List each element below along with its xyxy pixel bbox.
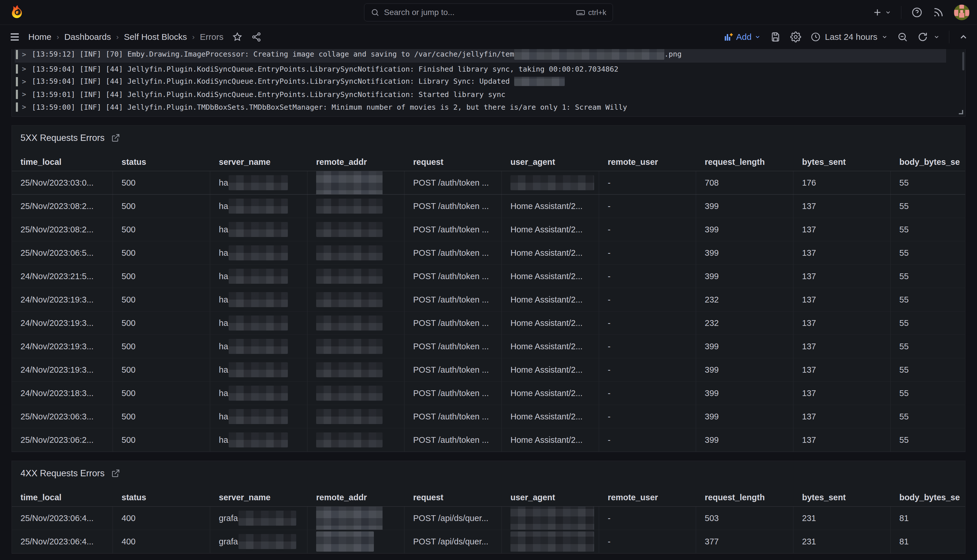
cell-text: 25/Nov/2023:06:4...: [20, 537, 93, 547]
column-header-request[interactable]: request: [405, 489, 502, 506]
table-row[interactable]: 25/Nov/2023:08:2...500haPOST /auth/token…: [12, 195, 965, 218]
jellyfin-logs-panel[interactable]: >[13:59:12] [INF] [70] Emby.Drawing.Imag…: [12, 49, 965, 117]
column-header-bytes_sent[interactable]: bytes_sent: [794, 153, 891, 171]
column-header-remote_addr[interactable]: remote_addr: [307, 153, 405, 171]
redacted-block: [228, 292, 288, 307]
cell-request_length: 399: [696, 428, 794, 452]
refresh-control[interactable]: [917, 32, 940, 42]
panel-header[interactable]: 5XX Requests Errors: [12, 125, 965, 153]
breadcrumb-home[interactable]: Home: [28, 32, 52, 42]
add-panel-button[interactable]: Add: [724, 32, 761, 42]
column-header-body_bytes_se[interactable]: body_bytes_se: [891, 489, 965, 506]
table-row[interactable]: 25/Nov/2023:03:0...500haPOST /auth/token…: [12, 171, 965, 195]
cell-request_length: 503: [696, 507, 794, 530]
table-row[interactable]: 24/Nov/2023:19:3...500haPOST /auth/token…: [12, 358, 965, 382]
log-line[interactable]: >[13:59:00] [INF] [44] Jellyfin.Plugin.T…: [15, 101, 946, 113]
cell-request: POST /auth/token ...: [405, 241, 502, 264]
log-scrollbar[interactable]: [962, 52, 964, 70]
column-header-remote_addr[interactable]: remote_addr: [307, 489, 405, 506]
log-message: [13:59:12] [INF] [70] Emby.Drawing.Image…: [32, 49, 682, 60]
table-row[interactable]: 25/Nov/2023:06:2...500haPOST /auth/token…: [12, 428, 965, 452]
column-header-request_length[interactable]: request_length: [696, 153, 794, 171]
column-header-remote_user[interactable]: remote_user: [599, 489, 696, 506]
new-button[interactable]: [872, 7, 891, 18]
cell-status: 500: [113, 265, 210, 288]
cell-text: Home Assistant/2...: [510, 248, 583, 258]
cell-body_bytes_se: 55: [891, 335, 965, 358]
log-line[interactable]: >[13:59:01] [INF] [44] Jellyfin.Plugin.K…: [15, 88, 946, 101]
cell-server_name: grafa: [210, 530, 307, 553]
cell-remote_user: -: [599, 530, 696, 553]
grafana-logo-icon[interactable]: [9, 4, 25, 20]
external-link-icon[interactable]: [111, 133, 120, 143]
table-row[interactable]: 24/Nov/2023:19:3...500haPOST /auth/token…: [12, 335, 965, 358]
column-header-remote_user[interactable]: remote_user: [599, 153, 696, 171]
expand-chevron-icon[interactable]: >: [22, 90, 28, 98]
column-header-request[interactable]: request: [405, 153, 502, 171]
avatar[interactable]: [954, 5, 969, 20]
menu-icon[interactable]: [9, 31, 21, 43]
redacted-block: [228, 432, 288, 447]
expand-chevron-icon[interactable]: >: [22, 103, 28, 111]
log-line[interactable]: >[13:59:04] [INF] [44] Jellyfin.Plugin.K…: [15, 75, 946, 88]
share-icon[interactable]: [251, 32, 262, 42]
cell-time_local: 25/Nov/2023:08:2...: [12, 195, 113, 218]
table-row[interactable]: 24/Nov/2023:18:3...500haPOST /auth/token…: [12, 382, 965, 405]
column-header-user_agent[interactable]: user_agent: [502, 489, 599, 506]
time-range-picker[interactable]: Last 24 hours: [810, 32, 888, 42]
column-header-time_local[interactable]: time_local: [12, 489, 113, 506]
cell-text: -: [608, 412, 611, 422]
cell-server_name: ha: [210, 171, 307, 194]
column-header-body_bytes_se[interactable]: body_bytes_se: [891, 153, 965, 171]
cell-bytes_sent: 137: [794, 218, 891, 241]
column-header-status[interactable]: status: [113, 489, 210, 506]
settings-gear-icon[interactable]: [790, 32, 801, 42]
column-header-server_name[interactable]: server_name: [210, 489, 307, 506]
table-row[interactable]: 25/Nov/2023:06:4...400grafaPOST /api/ds/…: [12, 530, 965, 553]
cell-status: 500: [113, 405, 210, 428]
table-row[interactable]: 25/Nov/2023:08:2...500haPOST /auth/token…: [12, 218, 965, 241]
table-row[interactable]: 25/Nov/2023:06:3...500haPOST /auth/token…: [12, 405, 965, 428]
panel-header[interactable]: 4XX Requests Errors: [12, 461, 965, 489]
cell-remote_addr: [307, 171, 405, 194]
breadcrumb: Home › Dashboards › Self Host Blocks › E…: [28, 32, 223, 42]
cell-server_name: ha: [210, 265, 307, 288]
log-line[interactable]: >[13:59:12] [INF] [70] Emby.Drawing.Imag…: [15, 49, 946, 63]
cell-text: 55: [899, 365, 909, 375]
panel-resize-handle[interactable]: [959, 110, 963, 114]
expand-chevron-icon[interactable]: >: [22, 65, 28, 73]
column-header-bytes_sent[interactable]: bytes_sent: [794, 489, 891, 506]
cell-text: ha: [219, 318, 228, 328]
cell-body_bytes_se: 55: [891, 382, 965, 405]
table-row[interactable]: 24/Nov/2023:19:3...500haPOST /auth/token…: [12, 312, 965, 335]
column-header-status[interactable]: status: [113, 153, 210, 171]
collapse-up-icon[interactable]: [959, 32, 968, 42]
column-header-server_name[interactable]: server_name: [210, 153, 307, 171]
column-header-request_length[interactable]: request_length: [696, 489, 794, 506]
search-input[interactable]: Search or jump to... ctrl+k: [364, 3, 613, 22]
cell-user_agent: Home Assistant/2...: [502, 405, 599, 428]
cell-text: Home Assistant/2...: [510, 272, 583, 281]
expand-chevron-icon[interactable]: >: [22, 78, 28, 86]
breadcrumb-dashboards[interactable]: Dashboards: [64, 32, 111, 42]
expand-chevron-icon[interactable]: >: [22, 50, 28, 58]
zoom-out-icon[interactable]: [897, 32, 908, 42]
table-row[interactable]: 24/Nov/2023:21:5...500haPOST /auth/token…: [12, 265, 965, 288]
breadcrumb-self-host-blocks[interactable]: Self Host Blocks: [124, 32, 187, 42]
news-button[interactable]: [932, 7, 944, 18]
star-icon[interactable]: [232, 32, 242, 42]
cell-request: POST /api/ds/quer...: [405, 530, 502, 553]
table-row[interactable]: 25/Nov/2023:06:5...500haPOST /auth/token…: [12, 241, 965, 265]
help-button[interactable]: [911, 7, 923, 18]
table-row[interactable]: 25/Nov/2023:06:4...400grafaPOST /api/ds/…: [12, 507, 965, 530]
redacted-block: [316, 339, 383, 354]
table-row[interactable]: 24/Nov/2023:19:3...500haPOST /auth/token…: [12, 288, 965, 312]
cell-bytes_sent: 137: [794, 241, 891, 264]
redacted-block: [316, 362, 383, 377]
save-icon[interactable]: [770, 32, 781, 42]
external-link-icon[interactable]: [111, 469, 120, 478]
log-line[interactable]: >[13:59:04] [INF] [44] Jellyfin.Plugin.K…: [15, 63, 946, 75]
column-header-time_local[interactable]: time_local: [12, 153, 113, 171]
cell-remote_addr: [307, 335, 405, 358]
column-header-user_agent[interactable]: user_agent: [502, 153, 599, 171]
